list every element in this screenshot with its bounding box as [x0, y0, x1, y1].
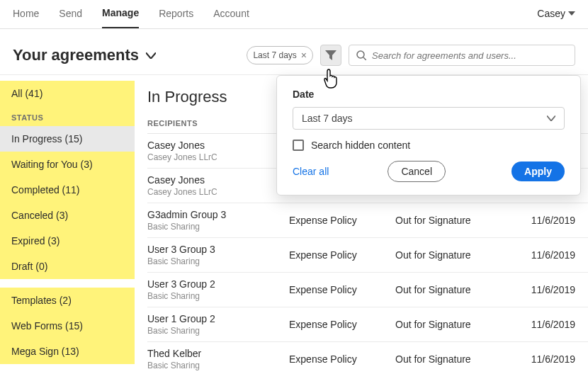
filter-chip-last7days[interactable]: Last 7 days × [247, 46, 313, 64]
apply-button[interactable]: Apply [511, 162, 565, 181]
search-input[interactable] [372, 50, 567, 61]
recipient-name: User 1 Group 2 [147, 313, 289, 324]
sidebar-item-draft[interactable]: Draft (0) [0, 254, 135, 279]
status-text: Out for Signature [395, 249, 509, 261]
recipient-sub: Basic Sharing [147, 256, 289, 266]
nav-reports[interactable]: Reports [159, 8, 193, 28]
sidebar: All (41) STATUS In Progress (15) Waiting… [0, 75, 135, 374]
popover-actions: Clear all Cancel Apply [293, 161, 565, 182]
chip-remove-icon[interactable]: × [301, 50, 307, 61]
sidebar-item-completed[interactable]: Completed (11) [0, 177, 135, 203]
search-box[interactable] [349, 45, 575, 66]
recipient-name: User 3 Group 3 [147, 244, 289, 255]
recipient-name: Casey Jones [147, 140, 289, 151]
popover-date-label: Date [293, 89, 565, 100]
sidebar-item-in-progress[interactable]: In Progress (15) [0, 126, 135, 152]
nav-account[interactable]: Account [213, 8, 249, 28]
top-nav: Home Send Manage Reports Account Casey [0, 0, 588, 29]
chevron-down-icon [568, 11, 575, 16]
page-title-text: Your agreements [13, 46, 139, 64]
cancel-button[interactable]: Cancel [388, 161, 446, 182]
date-range-select[interactable]: Last 7 days [293, 107, 565, 130]
page-body: All (41) STATUS In Progress (15) Waiting… [0, 74, 588, 374]
date-text: 11/6/2019 [509, 319, 588, 330]
sidebar-item-templates[interactable]: Templates (2) [0, 288, 135, 313]
filter-button[interactable] [320, 45, 341, 66]
recipient-sub: Basic Sharing [147, 326, 289, 336]
recipient-sub: Basic Sharing [147, 361, 289, 370]
nav-manage[interactable]: Manage [102, 7, 139, 28]
sidebar-head-status: STATUS [0, 106, 135, 126]
table-row[interactable]: User 3 Group 3Basic SharingExpense Polic… [147, 238, 588, 273]
date-text: 11/6/2019 [509, 284, 588, 295]
main-content: In Progress RECIPIENTS Casey JonesCasey … [135, 75, 588, 374]
sidebar-item-webforms[interactable]: Web Forms (15) [0, 313, 135, 339]
table-row[interactable]: User 1 Group 2Basic SharingExpense Polic… [147, 307, 588, 342]
filter-icon [325, 50, 337, 60]
date-range-value: Last 7 days [302, 113, 353, 124]
sidebar-item-all[interactable]: All (41) [0, 81, 135, 106]
sidebar-item-waiting[interactable]: Waiting for You (3) [0, 152, 135, 177]
table-row[interactable]: G3admin Group 3Basic SharingExpense Poli… [147, 203, 588, 238]
status-text: Out for Signature [395, 284, 509, 295]
svg-point-0 [357, 51, 364, 58]
filter-chip-label: Last 7 days [253, 50, 296, 60]
recipient-name: Casey Jones [147, 174, 289, 186]
table-row[interactable]: User 3 Group 2Basic SharingExpense Polic… [147, 273, 588, 307]
sidebar-item-megasign[interactable]: Mega Sign (13) [0, 339, 135, 364]
header-tools: Last 7 days × [247, 45, 575, 66]
user-menu[interactable]: Casey [537, 8, 575, 28]
document-name: Expense Policy [289, 319, 395, 330]
user-name: Casey [537, 8, 565, 19]
page-title[interactable]: Your agreements [13, 46, 156, 64]
recipient-sub: Basic Sharing [147, 291, 289, 301]
status-text: Out for Signature [395, 353, 509, 365]
status-text: Out for Signature [395, 215, 509, 226]
clear-all-link[interactable]: Clear all [293, 166, 329, 177]
sidebar-item-canceled[interactable]: Canceled (3) [0, 203, 135, 228]
checkbox-icon [293, 140, 304, 151]
table-row[interactable]: Thed KelberBasic SharingExpense PolicyOu… [147, 342, 588, 374]
document-name: Expense Policy [289, 284, 395, 295]
recipient-sub: Casey Jones LLrC [147, 152, 289, 162]
nav-home[interactable]: Home [13, 8, 39, 28]
date-text: 11/6/2019 [509, 215, 588, 226]
status-text: Out for Signature [395, 319, 509, 330]
date-text: 11/6/2019 [509, 249, 588, 261]
recipient-name: User 3 Group 2 [147, 278, 289, 290]
search-icon [356, 50, 366, 60]
recipient-name: Thed Kelber [147, 348, 289, 359]
document-name: Expense Policy [289, 215, 395, 226]
recipient-name: G3admin Group 3 [147, 209, 289, 220]
chevron-down-icon [547, 115, 555, 121]
recipient-sub: Casey Jones LLrC [147, 187, 289, 197]
document-name: Expense Policy [289, 249, 395, 261]
filter-popover: Date Last 7 days Search hidden content C… [276, 75, 581, 196]
search-hidden-checkbox[interactable]: Search hidden content [293, 140, 565, 151]
search-hidden-label: Search hidden content [311, 140, 410, 151]
svg-line-1 [363, 57, 366, 60]
sidebar-item-expired[interactable]: Expired (3) [0, 228, 135, 254]
nav-send[interactable]: Send [59, 8, 82, 28]
date-text: 11/6/2019 [509, 353, 588, 365]
chevron-down-icon [146, 52, 156, 59]
page-header: Your agreements Last 7 days × [0, 29, 588, 74]
document-name: Expense Policy [289, 353, 395, 365]
recipient-sub: Basic Sharing [147, 222, 289, 232]
